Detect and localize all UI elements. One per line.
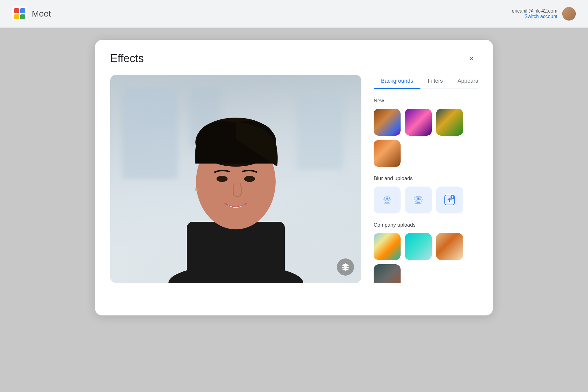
app-title: Meet <box>32 9 51 19</box>
right-panel: Backgrounds Filters Appearance New <box>374 75 478 283</box>
section-new: New <box>374 98 478 167</box>
new-thumb-2[interactable] <box>405 109 432 136</box>
meet-logo-icon <box>12 6 27 21</box>
upload-icon <box>443 194 456 206</box>
main-content: Effects × <box>0 28 588 392</box>
svg-point-21 <box>383 199 384 200</box>
effects-dialog: Effects × <box>95 40 493 315</box>
svg-point-10 <box>217 176 228 182</box>
person-silhouette <box>147 75 325 283</box>
svg-point-19 <box>384 197 385 198</box>
company-thumb-4[interactable] <box>374 264 401 283</box>
video-preview <box>110 75 361 283</box>
section-blur-uploads: Blur and uploads <box>374 175 478 213</box>
new-thumb-2-image <box>405 109 432 136</box>
svg-point-36 <box>416 196 417 197</box>
blur-slight-icon <box>381 194 393 206</box>
blur-heavy-button[interactable] <box>405 187 432 213</box>
account-email: ericahill@ink-42.com <box>512 8 557 14</box>
new-thumb-4-image <box>374 140 401 167</box>
svg-point-33 <box>422 199 423 200</box>
avatar[interactable] <box>562 7 576 21</box>
svg-point-24 <box>389 201 390 202</box>
company-thumb-2[interactable] <box>405 233 432 260</box>
company-thumb-3-image <box>436 233 463 260</box>
svg-rect-4 <box>20 14 25 19</box>
svg-point-35 <box>421 201 422 202</box>
header-right: ericahill@ink-42.com Switch account <box>512 7 576 21</box>
svg-rect-3 <box>14 14 19 19</box>
new-thumb-3-image <box>436 109 463 136</box>
upload-image-button[interactable] <box>436 187 463 213</box>
tab-filters[interactable]: Filters <box>420 75 450 89</box>
svg-point-18 <box>386 198 388 200</box>
blur-heavy-icon <box>412 194 424 206</box>
company-thumb-1[interactable] <box>374 233 401 260</box>
new-thumb-3[interactable] <box>436 109 463 136</box>
svg-point-30 <box>414 197 416 198</box>
svg-rect-6 <box>187 222 285 283</box>
svg-point-23 <box>384 201 385 202</box>
app-header: Meet ericahill@ink-42.com Switch account <box>0 0 588 28</box>
section-new-title: New <box>374 98 478 104</box>
switch-account-link[interactable]: Switch account <box>524 14 557 19</box>
company-thumb-1-image <box>374 233 401 260</box>
svg-point-34 <box>415 201 416 202</box>
effects-overlay-button[interactable] <box>337 258 354 276</box>
new-thumbnails-grid <box>374 109 478 167</box>
svg-point-31 <box>421 197 422 198</box>
svg-rect-1 <box>14 8 19 13</box>
video-preview-inner <box>110 75 361 283</box>
section-blur-title: Blur and uploads <box>374 175 478 182</box>
svg-point-20 <box>390 197 390 198</box>
company-thumbnails-grid <box>374 233 478 283</box>
svg-point-12 <box>195 188 198 191</box>
dialog-header: Effects × <box>110 52 478 65</box>
svg-point-32 <box>414 199 415 200</box>
blur-slight-button[interactable] <box>374 187 401 213</box>
blur-grid <box>374 187 478 213</box>
svg-point-37 <box>420 196 421 197</box>
svg-rect-2 <box>20 8 25 13</box>
section-company-uploads: Company uploads <box>374 222 478 283</box>
tab-appearance[interactable]: Appearance <box>450 75 478 89</box>
dialog-title: Effects <box>110 52 144 65</box>
header-left: Meet <box>12 6 51 21</box>
tab-backgrounds[interactable]: Backgrounds <box>374 75 420 89</box>
company-thumb-2-image <box>405 233 432 260</box>
section-company-title: Company uploads <box>374 222 478 228</box>
account-info: ericahill@ink-42.com Switch account <box>512 8 557 19</box>
svg-point-11 <box>244 176 255 182</box>
company-thumb-4-image <box>374 264 401 283</box>
company-thumb-3[interactable] <box>436 233 463 260</box>
close-button[interactable]: × <box>466 52 478 65</box>
new-thumb-1-image <box>374 109 401 136</box>
layers-icon <box>341 263 350 271</box>
svg-point-27 <box>417 198 419 200</box>
new-thumb-1[interactable] <box>374 109 401 136</box>
dialog-body: Backgrounds Filters Appearance New <box>110 75 478 283</box>
svg-point-22 <box>390 199 391 200</box>
avatar-image <box>562 7 576 21</box>
svg-marker-13 <box>342 264 349 267</box>
new-thumb-4[interactable] <box>374 140 401 167</box>
tabs-bar: Backgrounds Filters Appearance <box>374 75 478 89</box>
